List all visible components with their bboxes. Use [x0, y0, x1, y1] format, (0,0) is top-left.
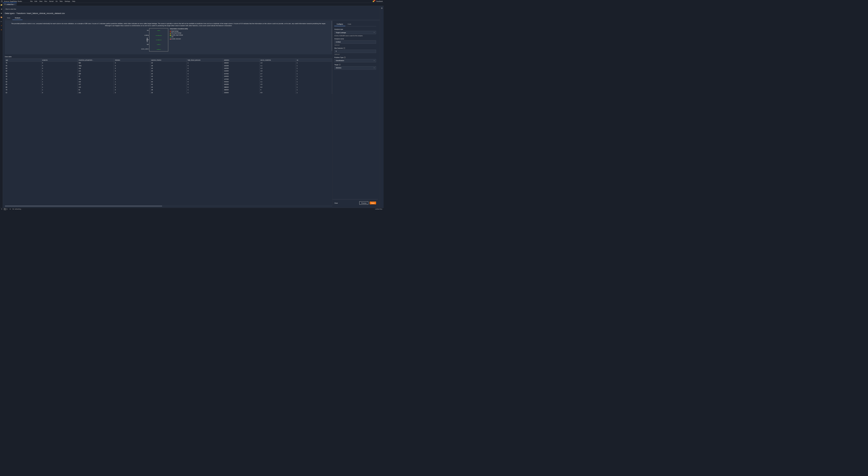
- diamond-icon[interactable]: ◆: [1, 12, 2, 14]
- table-cell: 47: [78, 75, 114, 78]
- table-cell: 1: [296, 72, 332, 75]
- save-button[interactable]: Save: [370, 202, 376, 204]
- back-link[interactable]: ‹ Back to data flow: [5, 8, 382, 10]
- rect-icon[interactable]: ▭: [1, 21, 2, 22]
- preview-button[interactable]: Preview: [359, 201, 368, 205]
- scrollbar-horizontal[interactable]: [5, 206, 333, 207]
- table-cell: 263358: [223, 64, 259, 67]
- column-header[interactable]: high_blood_pressure: [187, 58, 223, 61]
- column-header[interactable]: creatinine_phosphokin...: [78, 58, 114, 61]
- info-icon[interactable]: i: [339, 64, 340, 65]
- predictive-chart: column sex smoking time age serum_sodium…: [9, 27, 328, 53]
- menu-view[interactable]: View: [39, 1, 42, 2]
- table-cell: 210000: [223, 69, 259, 72]
- table-cell: 582: [78, 61, 114, 64]
- folder-icon[interactable]: 📁: [1, 4, 2, 6]
- table-row[interactable]: 60131516004540001.11: [5, 81, 332, 83]
- cfg-tab-code[interactable]: Code: [345, 23, 353, 26]
- table-row[interactable]: 65116012003270002.71: [5, 72, 332, 75]
- nodes-icon[interactable]: ⚛: [1, 25, 2, 26]
- analysis-type-select[interactable]: Target Leakage ▼: [334, 31, 376, 34]
- table-row[interactable]: 80112303513880009.41: [5, 86, 332, 88]
- column-header[interactable]: platelets: [223, 58, 259, 61]
- table-cell: 1.1: [259, 81, 296, 83]
- status-gear-icon[interactable]: ⚙: [9, 208, 10, 210]
- table-row[interactable]: 75058202012650001.91: [5, 61, 332, 64]
- table-cell: 0: [187, 78, 223, 80]
- table-cell: 1: [296, 91, 332, 94]
- clear-button[interactable]: Clear: [334, 202, 338, 204]
- menu-help[interactable]: Help: [72, 1, 75, 2]
- send-icon[interactable]: ➤: [1, 29, 2, 31]
- tabstrip: untitled.flow ✕: [3, 3, 383, 6]
- table-cell: 75: [5, 78, 41, 80]
- table-cell: 0: [114, 91, 150, 94]
- palette-icon[interactable]: 🎨: [1, 17, 2, 18]
- menu-edit[interactable]: Edit: [35, 1, 37, 2]
- table-row[interactable]: 9014704012040002.11: [5, 75, 332, 78]
- table-cell: 65: [5, 72, 41, 75]
- table-row[interactable]: 65014602001620001.31: [5, 67, 332, 69]
- tab-label: untitled.flow: [6, 4, 14, 5]
- max-features-input[interactable]: [334, 50, 376, 53]
- table-row[interactable]: 550786103802633581.11: [5, 64, 332, 67]
- gear-icon[interactable]: ⚙: [381, 7, 382, 207]
- table-cell: 1: [296, 86, 332, 88]
- menu-run[interactable]: Run: [44, 1, 47, 2]
- menu-settings[interactable]: Settings: [65, 1, 70, 2]
- table-row[interactable]: 75124601501270001.21: [5, 78, 332, 80]
- config-panel: Configure Code Analysis type Target Leak…: [332, 21, 378, 207]
- scrollbar-vertical[interactable]: [332, 21, 333, 51]
- analysis-type-label: Analysis type: [334, 28, 376, 30]
- column-header[interactable]: age: [5, 58, 41, 61]
- table-cell: 253000: [223, 91, 259, 94]
- git-status: Git: refreshing...: [12, 208, 22, 210]
- table-row[interactable]: 50111102002100001.91: [5, 69, 332, 72]
- git-icon[interactable]: ◑: [1, 8, 2, 10]
- column-header[interactable]: ejection_fraction: [150, 58, 187, 61]
- table-cell: 1: [296, 61, 332, 64]
- table-cell: 0: [114, 75, 150, 78]
- menu-kernel[interactable]: Kernel: [49, 1, 54, 2]
- tab-analysis[interactable]: Analysis: [12, 16, 23, 20]
- chart-plot: column sex smoking time age serum_sodium: [149, 28, 168, 52]
- chevron-down-icon: ▼: [373, 32, 375, 33]
- menu-git[interactable]: Git: [56, 1, 57, 2]
- analysis-name-input[interactable]: [334, 40, 376, 44]
- problem-type-label: Problem Type i: [334, 57, 376, 58]
- close-icon[interactable]: ✕: [14, 4, 15, 5]
- table-cell: 1: [41, 78, 78, 80]
- table-cell: 38: [150, 64, 187, 67]
- tab-data[interactable]: Data: [5, 16, 13, 20]
- tab-untitled-flow[interactable]: untitled.flow ✕: [3, 3, 17, 5]
- table-cell: 0: [187, 69, 223, 72]
- table-row[interactable]: 65015706502633581.51: [5, 83, 332, 86]
- table-row[interactable]: 75181038136800041: [5, 88, 332, 91]
- table-cell: 0: [41, 64, 78, 67]
- target-select[interactable]: diabetes ▼: [334, 66, 376, 69]
- table-cell: 315: [78, 81, 114, 83]
- table-cell: 0.9: [259, 91, 296, 94]
- info-icon[interactable]: i: [344, 47, 345, 49]
- table-cell: 1: [41, 81, 78, 83]
- table-cell: 123: [78, 86, 114, 88]
- table-cell: 231: [78, 91, 114, 94]
- column-header[interactable]: diabetes: [114, 58, 150, 61]
- menu-file[interactable]: File: [30, 1, 33, 2]
- table-row[interactable]: 62023102512530000.91: [5, 91, 332, 94]
- column-header[interactable]: anaemia: [41, 58, 78, 61]
- notifications-button[interactable]: 🔔 4: [372, 1, 374, 2]
- table-cell: 454000: [223, 81, 259, 83]
- table-cell: 111: [78, 69, 114, 72]
- menu-tabs[interactable]: Tabs: [59, 1, 63, 2]
- column-header[interactable]: se: [296, 58, 332, 61]
- cfg-tab-configure[interactable]: Configure: [334, 23, 345, 26]
- column-header[interactable]: serum_creatinine: [259, 58, 296, 61]
- table-cell: 1: [296, 75, 332, 78]
- feedback-link[interactable]: Feedback: [376, 1, 383, 2]
- table-cell: 62: [5, 91, 41, 94]
- info-icon[interactable]: i: [344, 57, 345, 58]
- app-logo: [1, 1, 3, 2]
- terminal-icon[interactable]: $_: [4, 208, 6, 210]
- problem-type-select[interactable]: classification ▼: [334, 59, 376, 62]
